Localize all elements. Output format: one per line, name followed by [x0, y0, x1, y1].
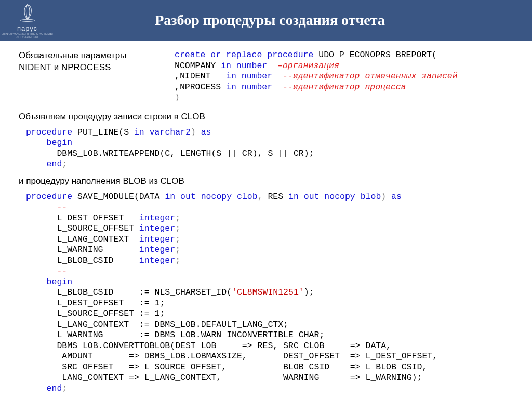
- svg-point-0: [20, 19, 34, 21]
- note-line2: NIDENT и NPROCESS: [19, 62, 111, 72]
- code-block-header: create or replace procedure UDO_P_ECONOP…: [175, 50, 458, 103]
- mandatory-params-note: Обязательные параметры NIDENT и NPROCESS: [19, 50, 143, 103]
- slide-header: парус ИНФОРМАЦИОННЫЕ СИСТЕМЫ УПРАВЛЕНИЯ …: [0, 0, 532, 41]
- logo-brand: парус: [0, 24, 55, 32]
- logo: парус ИНФОРМАЦИОННЫЕ СИСТЕМЫ УПРАВЛЕНИЯ: [0, 3, 55, 38]
- section-putline-heading: Объявляем процедуру записи строки в CLOB: [19, 112, 513, 122]
- code-block-savemodule: procedure SAVE_MODULE(DATA in out nocopy…: [19, 192, 513, 394]
- code-block-putline: procedure PUT_LINE(S in varchar2) as beg…: [19, 127, 513, 170]
- section-savemodule-heading: и процедуру наполнения BLOB из CLOB: [19, 176, 513, 187]
- slide-title: Разбор процедуры создания отчета: [55, 12, 532, 29]
- slide-content: Обязательные параметры NIDENT и NPROCESS…: [0, 41, 532, 394]
- logo-tagline: ИНФОРМАЦИОННЫЕ СИСТЕМЫ УПРАВЛЕНИЯ: [0, 32, 55, 38]
- sail-icon: [18, 4, 37, 22]
- note-line1: Обязательные параметры: [19, 50, 126, 60]
